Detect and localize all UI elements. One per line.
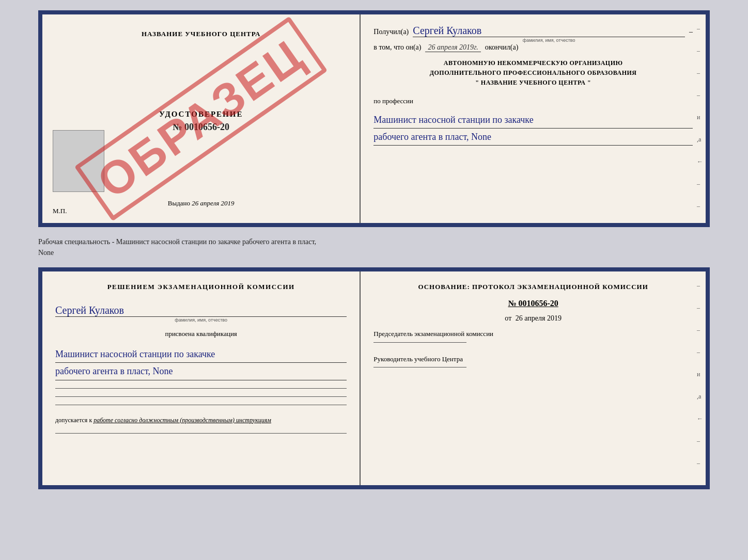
- ot-date: 26 апреля 2019: [516, 314, 562, 322]
- rukovoditel-block: Руководитель учебного Центра: [373, 354, 693, 368]
- profession-line2: рабочего агента в пласт, None: [373, 129, 693, 146]
- cert-right-side-marks: – – – – и ,а ← – – –: [697, 14, 703, 227]
- bottom-lines-block: [55, 388, 347, 405]
- bottom-line-2: [55, 396, 347, 397]
- bmark-6: –: [697, 459, 703, 467]
- between-line1: Рабочая специальность - Машинист насосно…: [38, 236, 710, 247]
- predsedatel-block: Председатель экзаменационной комиссии: [373, 329, 693, 343]
- bmark-2: –: [697, 304, 703, 312]
- okonchil-label: окончил(а): [485, 43, 519, 52]
- cert-number: № 0010656-20: [173, 122, 229, 133]
- cert-bottom-left-panel: Решением экзаменационной комиссии Сергей…: [42, 271, 361, 485]
- between-text: Рабочая специальность - Машинист насосно…: [38, 232, 710, 262]
- cert-left-panel: НАЗВАНИЕ УЧЕБНОГО ЦЕНТРА УДОСТОВЕРЕНИЕ №…: [42, 14, 361, 223]
- vtom-line: в том, что он(а) 26 апреля 2019г. окончи…: [373, 43, 693, 52]
- bmark-a: ,а: [697, 393, 703, 401]
- recipient-name: Сергей Кулаков фамилия, имя, отчество: [413, 25, 685, 37]
- cert-udostoverenie-label: УДОСТОВЕРЕНИЕ: [159, 110, 243, 119]
- dopuskaetsya-line: допускается к работе согласно должностны…: [55, 415, 347, 425]
- org-line3: " НАЗВАНИЕ УЧЕБНОГО ЦЕНТРА ": [373, 78, 693, 88]
- prisvoena-label: присвоена квалификация: [55, 330, 347, 338]
- bmark-i: и: [697, 371, 703, 378]
- mark-a: ,а: [697, 136, 703, 143]
- name-sublabel: фамилия, имя, отчество: [523, 38, 575, 43]
- bottom-line-4: [55, 433, 347, 434]
- resheniem-label: Решением экзаменационной комиссии: [55, 282, 347, 293]
- qual-line2: рабочего агента в пласт, None: [55, 363, 347, 380]
- qual-lines: Машинист насосной станции по закачке раб…: [55, 346, 347, 380]
- bmark-4: –: [697, 348, 703, 356]
- protokol-number: № 0010656-20: [373, 299, 693, 308]
- vtom-label: в том, что он(а): [373, 43, 421, 52]
- profession-line1: Машинист насосной станции по закачке: [373, 111, 693, 129]
- between-line2: None: [38, 247, 710, 258]
- bottom-lines-block2: [55, 433, 347, 434]
- org-block: АВТОНОМНУЮ НЕКОММЕРЧЕСКУЮ ОРГАНИЗАЦИЮ ДО…: [373, 58, 693, 88]
- cert-bottom-right-panel: Основание: протокол экзаменационной коми…: [361, 271, 706, 485]
- qual-line1: Машинист насосной станции по закачке: [55, 346, 347, 363]
- cert-photo-placeholder: [53, 130, 104, 192]
- mark-3: –: [697, 69, 703, 77]
- certificate-bottom: Решением экзаменационной комиссии Сергей…: [38, 267, 710, 489]
- bmark-1: –: [697, 282, 703, 290]
- cert-vydano-line: Выдано 26 апреля 2019: [168, 199, 235, 207]
- org-line2: ДОПОЛНИТЕЛЬНОГО ПРОФЕССИОНАЛЬНОГО ОБРАЗО…: [373, 68, 693, 78]
- predsedatel-signature-line: [373, 342, 466, 343]
- vydano-label: Выдано: [168, 199, 190, 207]
- cert-school-name-top: НАЗВАНИЕ УЧЕБНОГО ЦЕНТРА: [142, 30, 261, 38]
- ot-label: от: [505, 314, 511, 322]
- dopuskaetsya-label: допускается к: [55, 417, 92, 424]
- org-line1: АВТОНОМНУЮ НЕКОММЕРЧЕСКУЮ ОРГАНИЗАЦИЮ: [373, 58, 693, 68]
- bottom-name-sublabel: фамилия, имя, отчество: [175, 317, 227, 323]
- cert-right-panel: Получил(а) Сергей Кулаков фамилия, имя, …: [361, 14, 706, 223]
- bmark-7: –: [697, 482, 703, 489]
- mark-6: –: [697, 202, 703, 210]
- cert-mp-label: М.П.: [53, 207, 67, 215]
- bmark-arrow: ←: [697, 415, 703, 423]
- mark-1: –: [697, 25, 703, 33]
- ot-date-line: от 26 апреля 2019: [373, 314, 693, 323]
- cert-bottom-right-side-marks: – – – – и ,а ← – – –: [697, 271, 703, 489]
- mark-2: –: [697, 47, 703, 55]
- osnovanie-label: Основание: протокол экзаменационной коми…: [373, 282, 693, 293]
- mark-arrow: ←: [697, 158, 703, 166]
- rukovoditel-signature-line: [373, 367, 466, 367]
- bottom-line-1: [55, 388, 347, 389]
- dash-after-name: –: [689, 28, 693, 36]
- document-wrapper: НАЗВАНИЕ УЧЕБНОГО ЦЕНТРА УДОСТОВЕРЕНИЕ №…: [38, 10, 710, 489]
- dopuskaetsya-value: работе согласно должностным (производств…: [93, 417, 271, 424]
- profession-lines: Машинист насосной станции по закачке раб…: [373, 111, 693, 146]
- certificate-top: НАЗВАНИЕ УЧЕБНОГО ЦЕНТРА УДОСТОВЕРЕНИЕ №…: [38, 10, 710, 227]
- mark-5: –: [697, 180, 703, 188]
- predsedatel-label: Председатель экзаменационной комиссии: [373, 329, 693, 340]
- rukovoditel-label: Руководитель учебного Центра: [373, 354, 693, 365]
- bmark-3: –: [697, 326, 703, 334]
- po-professii-label: по профессии: [373, 97, 693, 105]
- mark-4: –: [697, 91, 703, 99]
- poluchil-label: Получил(а): [373, 28, 409, 36]
- vtom-date: 26 апреля 2019г.: [425, 43, 480, 52]
- poluchil-line: Получил(а) Сергей Кулаков фамилия, имя, …: [373, 25, 693, 37]
- bottom-line-3: [55, 405, 347, 405]
- bottom-recipient-name: Сергей Кулаков фамилия, имя, отчество: [55, 305, 347, 317]
- mark-i: и: [697, 114, 703, 121]
- bmark-5: –: [697, 437, 703, 445]
- mark-7: –: [697, 225, 703, 227]
- vydano-date: 26 апреля 2019: [192, 199, 234, 207]
